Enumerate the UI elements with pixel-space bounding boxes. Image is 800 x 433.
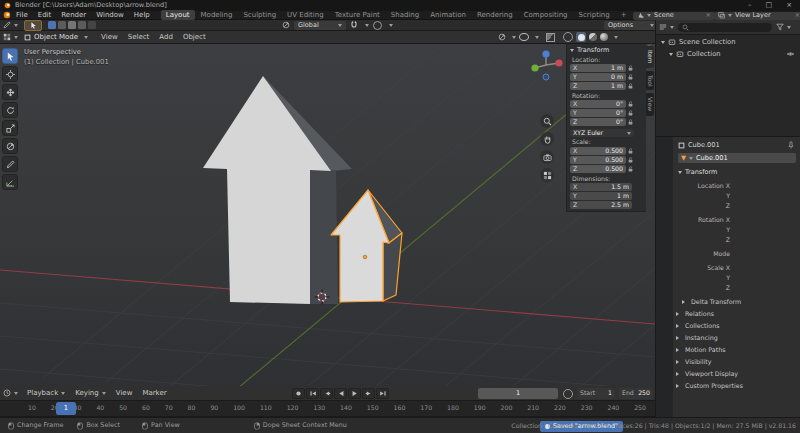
viewport-menu-select[interactable]: Select bbox=[123, 34, 155, 41]
lock-icon[interactable] bbox=[628, 148, 633, 154]
view-layer-remove-icon[interactable]: × bbox=[795, 12, 800, 19]
workspace-tab-sculpting[interactable]: Sculpting bbox=[238, 10, 281, 20]
zoom-view-button[interactable] bbox=[540, 114, 554, 128]
select-mode-invert[interactable] bbox=[78, 21, 86, 29]
active-tool-button[interactable] bbox=[24, 20, 42, 31]
section-motion-paths[interactable]: Motion Paths bbox=[676, 347, 725, 353]
jump-to-end-button[interactable] bbox=[376, 388, 389, 399]
rotation-y-field[interactable]: Y0° bbox=[570, 109, 626, 117]
lock-icon[interactable] bbox=[628, 110, 633, 116]
workspace-tab-layout[interactable]: Layout bbox=[161, 10, 195, 20]
section-viewport-display[interactable]: Viewport Display bbox=[676, 371, 738, 377]
timeline-editor-caret[interactable] bbox=[14, 392, 18, 395]
npanel-tab-tool[interactable]: Tool bbox=[646, 71, 654, 91]
select-mode-extend[interactable] bbox=[58, 21, 66, 29]
next-keyframe-button[interactable] bbox=[362, 388, 375, 399]
navigation-gizmo[interactable] bbox=[528, 47, 564, 83]
tool-select-box-button[interactable] bbox=[2, 48, 18, 64]
outliner-display-caret[interactable] bbox=[670, 26, 674, 29]
viewport-menu-object[interactable]: Object bbox=[178, 34, 211, 41]
proportional-editing-icon[interactable] bbox=[373, 21, 382, 30]
tool-measure-button[interactable] bbox=[2, 174, 18, 190]
viewport-editor-icon[interactable] bbox=[3, 33, 11, 41]
filter-funnel-icon[interactable] bbox=[776, 23, 784, 31]
scale-z-field[interactable]: Z0.500 bbox=[570, 165, 626, 173]
shading-rendered-button[interactable] bbox=[600, 33, 608, 41]
gizmos-toggle-icon[interactable] bbox=[498, 33, 506, 41]
rotation-mode-dropdown[interactable]: XYZ Euler bbox=[570, 129, 634, 137]
workspace-tab-uv-editing[interactable]: UV Editing bbox=[282, 10, 329, 20]
lock-icon[interactable] bbox=[628, 166, 633, 172]
tool-scale-button[interactable] bbox=[2, 120, 18, 136]
workspace-tab-texture-paint[interactable]: Texture Paint bbox=[330, 10, 385, 20]
tool-annotate-button[interactable] bbox=[2, 156, 18, 172]
shading-options-caret[interactable] bbox=[614, 36, 618, 39]
editor-type-caret[interactable] bbox=[14, 24, 18, 27]
playhead[interactable]: 1 bbox=[56, 402, 76, 415]
menu-edit[interactable]: Edit bbox=[33, 12, 57, 19]
timeline-ruler[interactable]: 1020304050607080901001101201301401501601… bbox=[0, 401, 655, 417]
outliner-row-collection[interactable]: Collection bbox=[656, 48, 800, 60]
gizmo-y-axis[interactable] bbox=[531, 64, 538, 71]
properties-transform-header[interactable]: Transform bbox=[678, 169, 717, 176]
blender-menu-icon[interactable] bbox=[3, 11, 11, 19]
rotation-x-field[interactable]: X0° bbox=[570, 100, 626, 108]
overlays-toggle-icon[interactable] bbox=[519, 33, 529, 41]
lock-icon[interactable] bbox=[628, 119, 633, 125]
workspace-tab-modeling[interactable]: Modeling bbox=[196, 10, 238, 20]
play-button[interactable] bbox=[348, 388, 361, 399]
tool-transform-button[interactable] bbox=[2, 138, 18, 154]
gizmo-z-neg-axis[interactable] bbox=[543, 74, 549, 80]
options-button[interactable]: Options bbox=[604, 21, 658, 30]
workspace-tab-scripting[interactable]: Scripting bbox=[574, 10, 615, 20]
select-mode-subtract[interactable] bbox=[68, 21, 76, 29]
workspace-tab-animation[interactable]: Animation bbox=[425, 10, 471, 20]
section-visibility[interactable]: Visibility bbox=[676, 359, 711, 365]
record-button[interactable] bbox=[292, 388, 305, 399]
current-frame-field[interactable]: 1 bbox=[478, 388, 558, 399]
outliner-display-mode-icon[interactable] bbox=[659, 23, 667, 31]
timeline-menu-keying[interactable]: Keying bbox=[70, 390, 111, 397]
menu-render[interactable]: Render bbox=[56, 12, 91, 19]
snap-options-caret[interactable] bbox=[365, 24, 369, 27]
lock-icon[interactable] bbox=[628, 101, 633, 107]
lock-icon[interactable] bbox=[628, 74, 633, 80]
location-y-field[interactable]: Y0 m bbox=[570, 73, 626, 81]
proportional-falloff-caret[interactable] bbox=[389, 24, 393, 27]
select-mode-intersect[interactable] bbox=[88, 21, 96, 29]
menu-file[interactable]: File bbox=[11, 12, 33, 19]
rotation-z-field[interactable]: Z0° bbox=[570, 118, 626, 126]
scene-canvas[interactable] bbox=[0, 44, 655, 386]
select-mode-set[interactable] bbox=[48, 21, 56, 29]
object-name-field[interactable]: ▼ Cube.001 bbox=[678, 153, 796, 163]
tool-cursor-button[interactable] bbox=[2, 66, 18, 82]
location-z-field[interactable]: Z1 m bbox=[570, 82, 626, 90]
large-arrow-object[interactable] bbox=[203, 76, 352, 304]
shading-wireframe-button[interactable] bbox=[563, 32, 573, 42]
lock-icon[interactable] bbox=[628, 83, 633, 89]
visibility-eye-icon[interactable] bbox=[786, 51, 795, 57]
lock-icon[interactable] bbox=[628, 157, 633, 163]
camera-view-button[interactable] bbox=[540, 150, 554, 164]
lock-icon[interactable] bbox=[628, 65, 633, 71]
viewport-editor-caret[interactable] bbox=[14, 36, 18, 39]
section-custom-properties[interactable]: Custom Properties bbox=[676, 383, 743, 389]
pin-icon[interactable] bbox=[788, 141, 794, 149]
dimensions-z-field[interactable]: Z2.5 m bbox=[570, 201, 632, 209]
workspace-tab-shading[interactable]: Shading bbox=[386, 10, 424, 20]
frame-end-field[interactable]: End250 bbox=[619, 388, 653, 399]
workspace-tab-rendering[interactable]: Rendering bbox=[472, 10, 518, 20]
close-button[interactable]: × bbox=[786, 2, 792, 9]
menu-window[interactable]: Window bbox=[91, 12, 129, 19]
viewport-3d[interactable]: User Perspective (1) Collection | Cube.0… bbox=[0, 44, 655, 386]
jump-to-start-button[interactable] bbox=[306, 388, 319, 399]
scene-selector[interactable]: Scene × bbox=[633, 12, 715, 20]
dimensions-x-field[interactable]: X1.5 m bbox=[570, 183, 632, 191]
workspace-add-button[interactable]: + bbox=[616, 10, 632, 20]
tool-rotate-button[interactable] bbox=[2, 102, 18, 118]
tool-move-button[interactable] bbox=[2, 84, 18, 100]
timeline-menu-marker[interactable]: Marker bbox=[137, 390, 171, 397]
view-layer-selector[interactable]: View Layer × bbox=[714, 12, 800, 20]
scale-x-field[interactable]: X0.500 bbox=[570, 147, 626, 155]
filter-caret[interactable] bbox=[787, 26, 791, 29]
